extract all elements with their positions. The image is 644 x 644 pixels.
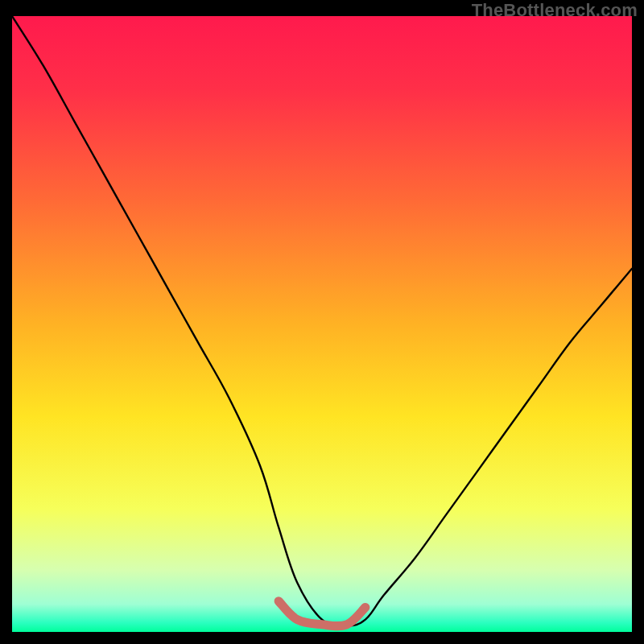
watermark-text: TheBottleneck.com: [472, 0, 638, 21]
svg-rect-0: [12, 16, 632, 632]
plot-area: [12, 16, 632, 632]
gradient-background: [12, 16, 632, 632]
chart-container: TheBottleneck.com: [0, 0, 644, 644]
